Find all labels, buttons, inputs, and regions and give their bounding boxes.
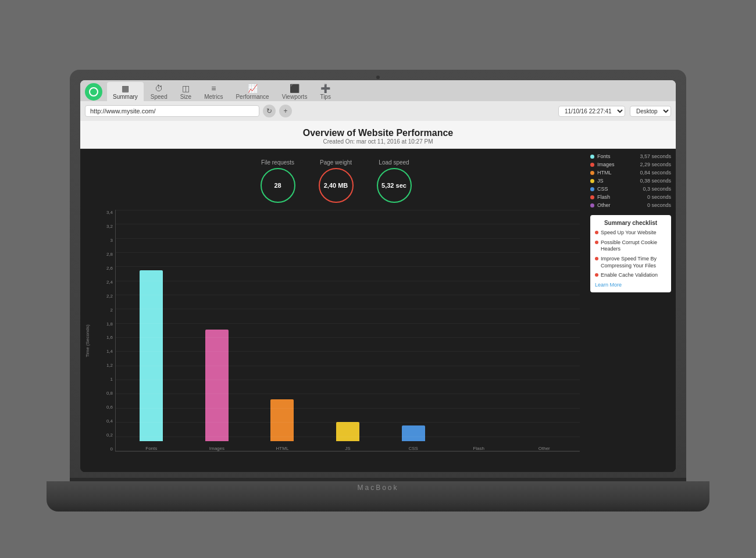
camera-notch [376,76,380,79]
bar-group-html: HTML [258,399,306,451]
performance-label: Performance [236,94,269,100]
checklist-item-text: Improve Speed Time By Compressing Your F… [601,256,666,269]
refresh-button[interactable]: ↻ [263,105,276,117]
nav-tab-speed[interactable]: ⏱ Speed [145,82,173,102]
legend-label: Images [597,162,615,167]
y-axis-label: 2 [110,307,113,313]
summary-icon: ▦ [122,84,129,93]
chart-container: 3,43,232,82,62,42,221,81,61,41,210,80,60… [92,210,580,466]
bar-group-flash: Flash [455,441,503,451]
legend-other: Other 0 seconds [590,202,671,208]
legend-value: 0 seconds [647,194,671,200]
chart-area: File requests 28 Page weight 2,40 MB Loa… [80,149,586,472]
main-content: File requests 28 Page weight 2,40 MB Loa… [80,149,676,472]
checklist-dot [595,241,598,244]
page_weight-label: Page weight [320,159,352,166]
checklist-item: Enable Cache Validation [595,272,666,279]
grid-line [116,323,580,324]
bar-html [270,399,294,441]
checklist-item-text: Possible Corrupt Cookie Headers [601,239,666,253]
nav-tab-tips[interactable]: ➕ Tips [314,82,337,102]
legend-flash: Flash 0 seconds [590,194,671,200]
y-axis-label: 0,2 [106,432,113,438]
size-icon: ◫ [182,84,190,93]
bars-area: FontsImagesHTMLJSCSSFlashOther [115,210,580,452]
y-axis-label: 2,6 [106,266,113,271]
y-axis-title: Time (Seconds) [85,324,90,357]
y-axis-label: 3,2 [106,224,113,229]
y-axis-label: 2,2 [106,294,113,299]
new-tab-button[interactable]: + [279,105,292,117]
bar-js [336,422,359,441]
laptop-base: MacBook [47,481,709,512]
bar-group-fonts: Fonts [127,270,176,451]
y-axis: 3,43,232,82,62,42,221,81,61,41,210,80,60… [92,210,115,452]
viewports-label: Viewports [282,94,308,100]
checklist-item: Improve Speed Time By Compressing Your F… [595,256,666,269]
grid-line [116,337,580,338]
metrics-icon: ≡ [211,84,216,93]
performance-icon: 📈 [248,84,258,93]
grid-line [116,252,580,253]
grid-line [116,281,580,281]
bar-group-other: Other [520,441,568,451]
y-axis-label: 0,4 [106,419,113,424]
legend-html: HTML 0,84 seconds [590,170,671,176]
nav-tab-viewports[interactable]: ⬛ Viewports [276,82,313,102]
grid-line [116,224,580,224]
grid-line [116,210,580,210]
bar-label-js: JS [345,446,350,451]
y-axis-label: 1,6 [106,335,113,340]
url-input[interactable] [85,105,259,117]
nav-tab-size[interactable]: ◫ Size [174,82,197,102]
laptop-brand: MacBook [357,484,398,492]
legend-dot [590,203,594,208]
bar-css [402,425,425,441]
nav-tab-performance[interactable]: 📈 Performance [230,82,274,102]
grid-line [116,408,580,409]
checklist-panel: Summary checklist Speed Up Your Website … [590,215,671,292]
legend-dot [590,155,594,159]
page_weight-circle: 2,40 MB [319,168,354,203]
screen-bezel: ▦ Summary ⏱ Speed ◫ Size ≡ Metrics 📈 Per… [80,80,676,472]
bar-images [205,330,229,441]
legend-label: Flash [597,194,610,200]
nav-tab-summary[interactable]: ▦ Summary [107,82,144,102]
y-axis-label: 0 [110,446,113,452]
checklist-item-text: Enable Cache Validation [601,272,658,279]
legend-value: 0,38 seconds [640,178,671,184]
load_speed-circle: 5,32 sec [377,168,412,203]
legend-label: Other [597,202,611,208]
bar-group-css: CSS [389,425,437,451]
timestamp-select[interactable]: 11/10/16 22:27:41 [558,106,625,117]
browser-tabs-bar: ▦ Summary ⏱ Speed ◫ Size ≡ Metrics 📈 Per… [80,80,676,101]
viewport-select[interactable]: Desktop [630,106,671,117]
size-label: Size [180,94,191,100]
legend-dot [590,195,594,199]
nav-tab-metrics[interactable]: ≡ Metrics [198,82,229,102]
legend-css: CSS 0,3 seconds [590,186,671,192]
nav-tabs: ▦ Summary ⏱ Speed ◫ Size ≡ Metrics 📈 Per… [107,82,337,102]
grid-line [116,238,580,239]
checklist-title: Summary checklist [595,220,666,226]
app-logo [85,83,102,101]
y-axis-label: 3 [110,238,113,243]
legend-label: JS [597,178,604,184]
laptop-body: ▦ Summary ⏱ Speed ◫ Size ≡ Metrics 📈 Per… [70,70,686,482]
learn-more-link[interactable]: Learn More [595,282,666,288]
y-axis-label: 2,4 [106,280,113,285]
legend-value: 0,3 seconds [643,186,671,192]
metrics-label: Metrics [204,94,223,100]
grid-line [116,380,580,380]
metric-file_requests: File requests 28 [261,159,295,203]
checklist-dot [595,231,598,234]
bar-group-images: Images [193,330,241,451]
tips-label: Tips [320,94,331,100]
bar-label-fonts: Fonts [145,446,157,451]
speed-icon: ⏱ [155,84,163,93]
legend-label: CSS [597,186,608,192]
browser-address-bar: ↻ + 11/10/16 22:27:41 Desktop [80,101,676,121]
legend-label: Fonts [597,153,611,159]
legend-dot [590,179,594,183]
checklist-dot [595,257,598,260]
